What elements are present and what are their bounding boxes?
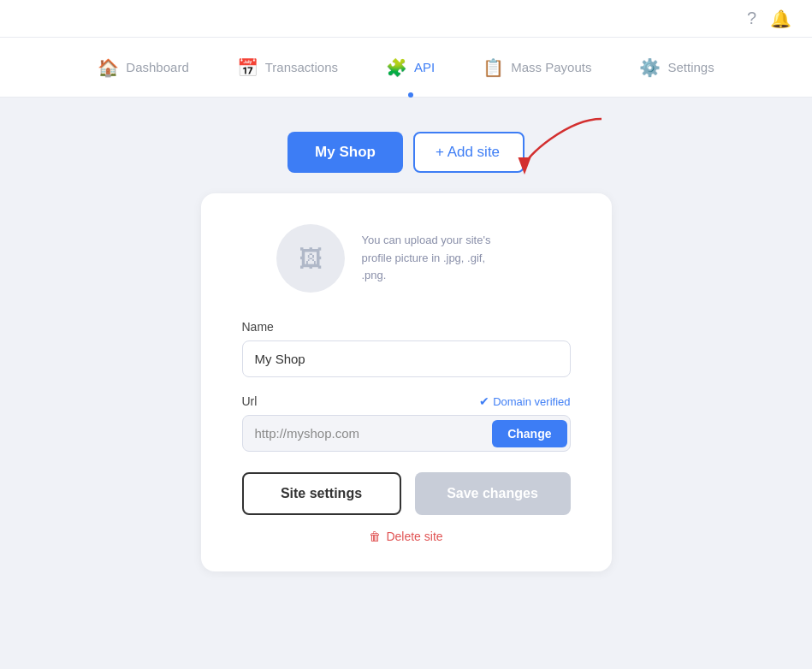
dashboard-icon: 🏠 <box>98 57 119 78</box>
change-url-button[interactable]: Change <box>492 420 566 447</box>
url-label: Url <box>242 394 258 408</box>
domain-verified-text: Domain verified <box>493 395 570 408</box>
nav-item-api[interactable]: 🧩 API <box>362 38 459 98</box>
add-site-button[interactable]: + Add site <box>413 132 525 173</box>
top-bar: ? 🔔 <box>0 0 812 38</box>
trash-icon: 🗑 <box>369 530 381 543</box>
name-label: Name <box>242 320 571 334</box>
checkmark-icon: ✔ <box>479 394 489 408</box>
site-card: 🖼 You can upload your site's profile pic… <box>201 193 612 571</box>
save-changes-button[interactable]: Save changes <box>415 472 571 515</box>
nav-item-settings[interactable]: ⚙️ Settings <box>615 38 738 98</box>
api-icon: 🧩 <box>386 57 407 78</box>
action-row: Site settings Save changes <box>242 472 571 515</box>
mass-payouts-icon: 📋 <box>483 57 504 78</box>
name-input[interactable] <box>242 340 571 377</box>
bell-icon[interactable]: 🔔 <box>770 9 791 29</box>
nav-item-transactions[interactable]: 📅 Transactions <box>213 38 362 98</box>
avatar-hint-text: You can upload your site's profile pictu… <box>362 232 499 285</box>
url-field-group: Url ✔ Domain verified Change <box>242 394 571 452</box>
nav-label-api: API <box>414 60 435 74</box>
nav-item-mass-payouts[interactable]: 📋 Mass Payouts <box>459 38 615 98</box>
avatar-upload[interactable]: 🖼 <box>276 224 345 293</box>
nav-bar: 🏠 Dashboard 📅 Transactions 🧩 API 📋 Mass … <box>0 38 812 98</box>
settings-icon: ⚙️ <box>639 57 661 78</box>
arrow-annotation <box>516 115 610 175</box>
nav-item-dashboard[interactable]: 🏠 Dashboard <box>74 38 212 98</box>
nav-label-mass-payouts: Mass Payouts <box>511 60 591 74</box>
transactions-icon: 📅 <box>237 57 258 78</box>
nav-label-transactions: Transactions <box>265 60 338 74</box>
main-content: My Shop + Add site 🖼 You can upload your… <box>0 98 812 606</box>
delete-site-label: Delete site <box>386 530 442 543</box>
url-header: Url ✔ Domain verified <box>242 394 571 408</box>
nav-label-dashboard: Dashboard <box>126 60 188 74</box>
site-tabs-row: My Shop + Add site <box>287 132 525 173</box>
nav-label-settings: Settings <box>667 60 714 74</box>
delete-row: 🗑 Delete site <box>242 529 571 544</box>
name-field-group: Name <box>242 320 571 377</box>
image-placeholder-icon: 🖼 <box>299 245 323 273</box>
site-settings-button[interactable]: Site settings <box>242 472 401 515</box>
delete-site-button[interactable]: 🗑 Delete site <box>369 530 442 543</box>
url-input-wrapper: Change <box>242 415 571 452</box>
add-site-label: + Add site <box>436 144 500 161</box>
domain-verified-badge: ✔ Domain verified <box>479 394 570 408</box>
my-shop-tab[interactable]: My Shop <box>287 132 403 173</box>
help-icon[interactable]: ? <box>747 9 756 28</box>
avatar-section: 🖼 You can upload your site's profile pic… <box>242 224 571 293</box>
